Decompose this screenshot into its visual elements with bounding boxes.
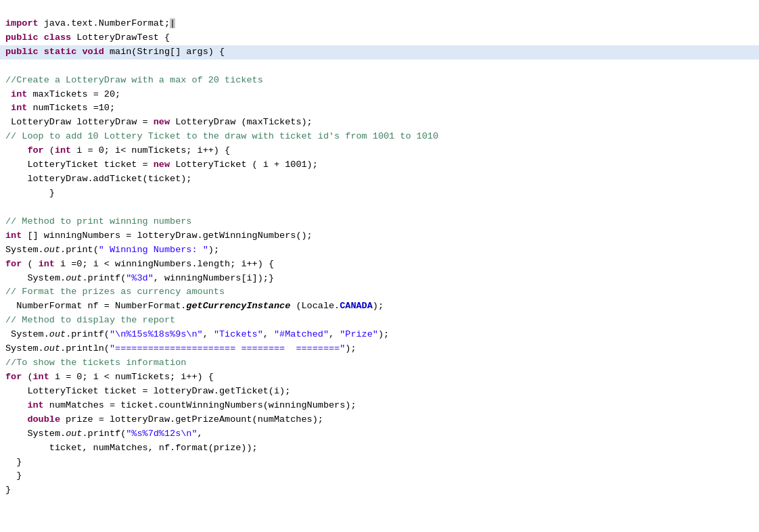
code-line: LotteryDraw lotteryDraw = new LotteryDra… bbox=[0, 116, 759, 130]
code-line: LotteryTicket ticket = new LotteryTicket… bbox=[0, 158, 759, 172]
code-line: public static void main(String[] args) { bbox=[0, 45, 759, 59]
code-line: //To show the tickets information bbox=[0, 356, 759, 370]
code-line: import java.text.NumberFormat;| bbox=[0, 17, 759, 31]
code-line: System.out.printf("%s%7d%12s\n", bbox=[0, 427, 759, 441]
code-line: for (int i = 0; i< numTickets; i++) { bbox=[0, 144, 759, 158]
code-line: // Method to print winning numbers bbox=[0, 215, 759, 229]
code-line bbox=[0, 59, 759, 74]
code-line: } bbox=[0, 456, 759, 470]
code-line: int numTickets =10; bbox=[0, 101, 759, 116]
code-line: } bbox=[0, 187, 759, 201]
code-line: System.out.printf("\n%15s%18s%9s\n", "Ti… bbox=[0, 328, 759, 342]
code-line: System.out.print(" Winning Numbers: "); bbox=[0, 243, 759, 258]
code-line: ticket, numMatches, nf.format(prize)); bbox=[0, 441, 759, 456]
code-line: System.out.printf("%3d", winningNumbers[… bbox=[0, 272, 759, 286]
code-line: NumberFormat nf = NumberFormat.getCurren… bbox=[0, 299, 759, 314]
code-line: for (int i = 0; i < numTickets; i++) { bbox=[0, 370, 759, 385]
code-line: lotteryDraw.addTicket(ticket); bbox=[0, 172, 759, 187]
code-line: int [] winningNumbers = lotteryDraw.getW… bbox=[0, 229, 759, 243]
code-line: } bbox=[0, 469, 759, 483]
code-line: // Loop to add 10 Lottery Ticket to the … bbox=[0, 130, 759, 144]
code-line: int maxTickets = 20; bbox=[0, 88, 759, 102]
code-line: int numMatches = ticket.countWinningNumb… bbox=[0, 399, 759, 413]
code-line: // Format the prizes as currency amounts bbox=[0, 285, 759, 299]
code-line: for ( int i =0; i < winningNumbers.lengt… bbox=[0, 258, 759, 272]
code-line: } bbox=[0, 483, 759, 498]
code-line bbox=[0, 201, 759, 215]
code-line: //Create a LotteryDraw with a max of 20 … bbox=[0, 74, 759, 88]
code-line: public class LotteryDrawTest { bbox=[0, 31, 759, 45]
code-line: double prize = lotteryDraw.getPrizeAmoun… bbox=[0, 413, 759, 427]
code-line: // Method to display the report bbox=[0, 314, 759, 328]
code-line: LotteryTicket ticket = lotteryDraw.getTi… bbox=[0, 385, 759, 399]
code-editor: import java.text.NumberFormat;|public cl… bbox=[0, 0, 759, 500]
code-line: System.out.println("====================… bbox=[0, 342, 759, 356]
